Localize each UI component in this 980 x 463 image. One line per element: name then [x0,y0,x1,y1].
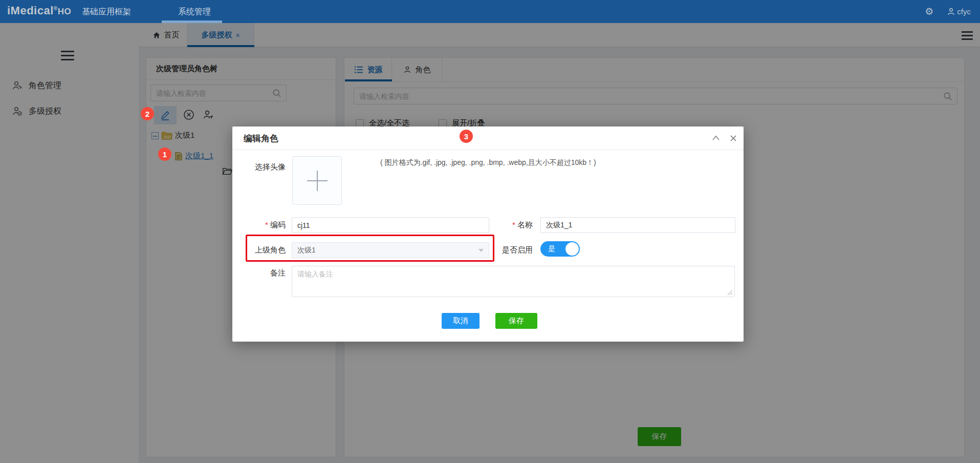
annotation-step-2: 2 [141,107,154,120]
dialog-title: 编辑角色 [244,133,278,144]
name-input[interactable] [540,217,735,233]
parent-role-field-label: 上级角色 [232,245,286,255]
nav-item-system-management[interactable]: 系统管理 [178,0,211,23]
edit-role-dialog: 编辑角色 选择头像 ( 图片格式为.gif, .jpg, .jpeg, .png… [232,127,744,342]
application-window: iMedical®HO 基础应用框架 系统管理 ⚙ cfyc 角色管理 [0,0,980,463]
remark-field-label: 备注 [232,268,286,278]
dialog-close-icon[interactable] [729,134,738,143]
enable-toggle[interactable]: 是 [540,241,580,257]
username-label: cfyc [957,7,971,16]
name-field-label: 名称 [498,220,533,230]
parent-role-value: 次级1 [297,246,316,255]
parent-role-select[interactable]: 次级1 [292,242,489,258]
settings-gear-icon[interactable]: ⚙ [925,6,933,17]
toggle-knob [565,242,579,256]
enable-field-label: 是否启用 [488,245,533,255]
avatar-upload-box[interactable] [292,156,342,205]
cancel-button[interactable]: 取消 [442,313,480,329]
avatar-field-label: 选择头像 [232,162,286,172]
user-icon [947,7,955,16]
chevron-down-icon [478,249,484,252]
save-button[interactable]: 保存 [495,313,537,329]
app-logo: iMedical®HO [7,4,71,17]
code-input[interactable] [292,217,489,233]
nav-item-framework[interactable]: 基础应用框架 [82,0,131,23]
annotation-step-3: 3 [460,130,473,143]
enable-toggle-label: 是 [548,244,555,254]
user-menu[interactable]: cfyc [947,7,971,16]
code-field-label: 编码 [232,220,286,230]
top-navbar: iMedical®HO 基础应用框架 系统管理 ⚙ cfyc [0,0,980,23]
avatar-format-hint: ( 图片格式为.gif, .jpg, .jpeg, .png, .bmp, .w… [380,158,596,167]
annotation-step-1: 1 [158,148,171,161]
remark-textarea[interactable] [292,266,735,297]
dialog-collapse-icon[interactable] [711,134,721,143]
